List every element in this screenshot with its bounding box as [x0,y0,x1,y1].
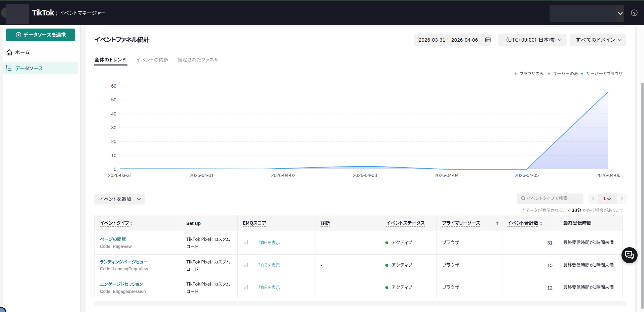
svg-text:10: 10 [111,153,116,158]
svg-text:2026-04-05: 2026-04-05 [515,173,539,178]
svg-text:0: 0 [114,167,116,172]
svg-text:2026-04-04: 2026-04-04 [434,173,459,178]
svg-text:2026-04-06: 2026-04-06 [596,173,620,178]
svg-text:2026-04-01: 2026-04-01 [190,173,214,178]
svg-text:30: 30 [111,125,116,130]
svg-text:50: 50 [111,97,116,102]
svg-text:40: 40 [111,111,116,117]
svg-text:60: 60 [111,83,116,89]
svg-text:20: 20 [111,139,116,144]
svg-text:2026-04-03: 2026-04-03 [353,173,377,178]
svg-text:2026-04-02: 2026-04-02 [271,173,295,178]
svg-text:2026-03-31: 2026-03-31 [108,173,132,178]
